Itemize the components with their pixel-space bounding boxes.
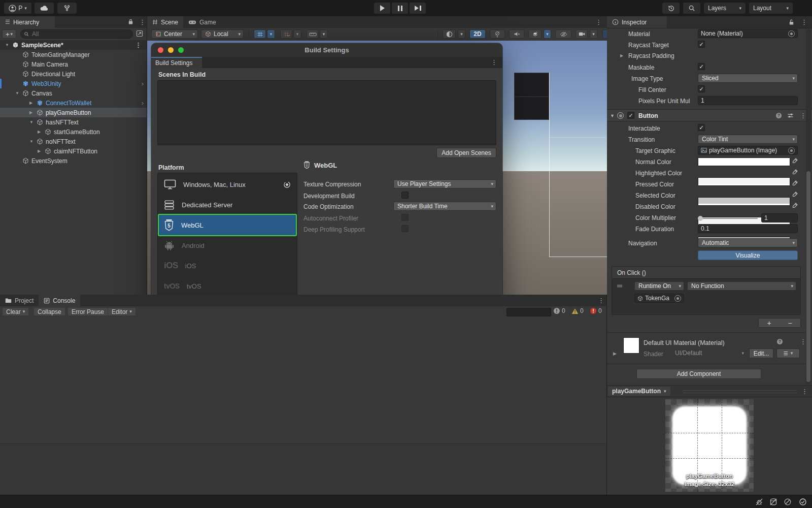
version-control-button[interactable] [57, 3, 77, 14]
debugger-disabled-icon[interactable] [755, 498, 763, 506]
expander-icon[interactable]: ▶ [29, 101, 32, 105]
fill-center-checkbox[interactable]: ✓ [698, 85, 705, 92]
component-enabled-checkbox[interactable]: ✓ [627, 112, 634, 119]
navigation-dropdown[interactable]: Automatic ▾ [698, 238, 798, 247]
scene-camera-button[interactable] [576, 29, 588, 39]
snap-increment-button[interactable] [280, 29, 292, 39]
tab-game[interactable]: Game [183, 16, 221, 28]
drag-handle-icon[interactable] [617, 284, 622, 288]
step-button[interactable] [410, 3, 426, 14]
editor-dropdown[interactable]: Editor ▾ [108, 307, 136, 316]
hierarchy-menu-icon[interactable]: ⋮ [139, 18, 146, 26]
build-menu-icon[interactable]: ⋮ [491, 58, 497, 66]
console-menu-icon[interactable]: ⋮ [598, 297, 604, 304]
expander-icon[interactable]: ▼ [15, 91, 19, 96]
snap-increment-dropdown[interactable]: ▾ [293, 29, 301, 39]
visualize-button[interactable]: Visualize [698, 250, 798, 260]
color-multiplier-input[interactable]: 1 [761, 213, 798, 223]
tree-row[interactable]: ▼ noNFTText [0, 137, 147, 146]
scene-camera-dropdown[interactable]: ▾ [590, 29, 597, 39]
scene-menu-icon[interactable]: ⋮ [135, 41, 142, 49]
expander-icon[interactable]: ▼ [29, 120, 33, 124]
tree-row-playgamebutton-selected[interactable]: ▶ playGameButton [0, 108, 147, 117]
tree-row-scene[interactable]: ▼ SampleScene* ⋮ [0, 40, 147, 50]
ppu-input[interactable]: 1 [698, 96, 798, 105]
platform-row-tvos[interactable]: tvOS tvOS [159, 276, 296, 296]
component-foldout-icon[interactable]: ▼ [610, 114, 615, 118]
normal-color-swatch[interactable] [698, 157, 790, 166]
tree-row[interactable]: Main Camera [0, 59, 147, 69]
shading-mode-button[interactable] [443, 29, 456, 39]
tree-row[interactable]: ▼ hasNFTText [0, 117, 147, 127]
cache-server-disabled-icon[interactable] [769, 498, 777, 506]
code-optimization-dropdown[interactable]: Shorter Build Time ▾ [393, 202, 496, 211]
platform-row-windows[interactable]: Windows, Mac, Linux [159, 174, 296, 195]
add-event-button[interactable]: + [759, 319, 780, 327]
maskable-checkbox[interactable]: ✓ [698, 63, 705, 70]
cloud-services-button[interactable] [35, 3, 54, 14]
tree-row[interactable]: ▶ ConnectToWallet › [0, 98, 147, 108]
platform-row-dedicated-server[interactable]: Dedicated Server [159, 195, 296, 215]
platform-row-android[interactable]: Android [159, 235, 296, 256]
scene-lighting-toggle[interactable] [490, 29, 505, 39]
search-button[interactable] [683, 3, 700, 14]
shading-mode-dropdown[interactable]: ▾ [458, 29, 465, 39]
tree-row[interactable]: ▶ claimNFTButton [0, 146, 147, 156]
tab-inspector[interactable]: Inspector [607, 16, 667, 28]
undo-history-button[interactable] [662, 3, 680, 14]
tab-project[interactable]: Project [0, 295, 39, 306]
object-picker-icon[interactable] [674, 295, 681, 302]
window-titlebar[interactable]: Build Settings [151, 43, 502, 57]
tree-row[interactable]: EventSystem [0, 156, 147, 166]
tab-console[interactable]: Console [39, 295, 80, 306]
material-object-field[interactable]: None (Material) [698, 29, 798, 38]
scene-effects-dropdown[interactable]: ▾ [544, 29, 551, 39]
eyedropper-icon[interactable] [792, 157, 798, 164]
clear-button[interactable]: Clear ▾ [2, 307, 29, 316]
image-type-dropdown[interactable]: Sliced ▾ [698, 74, 798, 83]
layers-dropdown[interactable]: Layers ▾ [704, 3, 746, 14]
tree-row[interactable]: Directional Light [0, 69, 147, 79]
grid-snap-button[interactable] [254, 29, 266, 39]
slice-guide[interactable] [665, 458, 754, 459]
interactable-checkbox[interactable]: ✓ [698, 124, 705, 131]
pressed-color-swatch[interactable] [698, 197, 790, 206]
preview-object-dropdown[interactable]: playGameButton ▾ [608, 387, 670, 396]
warning-count-toggle[interactable]: 0 [571, 307, 584, 314]
inspector-scrollbar[interactable] [806, 29, 811, 385]
event-function-dropdown[interactable]: No Function ▾ [687, 281, 796, 291]
hierarchy-search-input[interactable] [31, 30, 129, 38]
preview-menu-icon[interactable]: ⋮ [801, 388, 808, 395]
texture-compression-dropdown[interactable]: Use Player Settings ▾ [393, 179, 496, 188]
create-button[interactable]: + ▾ [2, 29, 16, 39]
pause-button[interactable] [392, 3, 408, 14]
platform-row-webgl-selected[interactable]: 5 WebGL [159, 215, 296, 235]
open-in-window-icon[interactable] [136, 30, 143, 37]
add-component-button[interactable]: Add Component [636, 369, 761, 379]
tree-row[interactable]: ▶ startGameButton [0, 127, 147, 137]
info-count-toggle[interactable]: 0 [553, 307, 565, 314]
deep-profiling-checkbox[interactable] [401, 225, 409, 232]
scene-audio-toggle[interactable] [509, 29, 524, 39]
preview-drag-lines[interactable] [683, 390, 797, 393]
shader-dropdown[interactable]: UI/Default ▾ [675, 350, 744, 357]
slider-thumb[interactable] [698, 216, 703, 221]
event-target-field[interactable]: TokenGa [634, 294, 684, 303]
expander-icon[interactable]: ▶ [29, 110, 32, 115]
grid-snap-dropdown[interactable]: ▾ [267, 29, 275, 39]
scene-visibility-toggle[interactable] [555, 29, 571, 39]
highlighted-color-swatch[interactable] [698, 177, 790, 186]
tree-row[interactable]: TokenGatingManager [0, 50, 147, 59]
pivot-dropdown[interactable]: Center ▾ [151, 29, 198, 39]
expander-icon[interactable]: ▶ [38, 130, 41, 134]
event-mode-dropdown[interactable]: Runtime On ▾ [634, 281, 684, 291]
remove-event-button[interactable]: − [780, 319, 800, 327]
platform-row-ios[interactable]: iOS iOS [159, 256, 296, 276]
color-multiplier-slider[interactable] [698, 218, 758, 219]
error-count-toggle[interactable]: 0 [590, 307, 602, 314]
activity-check-icon[interactable] [799, 498, 807, 506]
layout-dropdown[interactable]: Layout ▾ [749, 3, 793, 14]
eyedropper-icon[interactable] [792, 180, 798, 186]
raycast-padding-foldout-icon[interactable]: ▶ [620, 54, 623, 58]
material-foldout-icon[interactable]: ▶ [613, 352, 617, 356]
